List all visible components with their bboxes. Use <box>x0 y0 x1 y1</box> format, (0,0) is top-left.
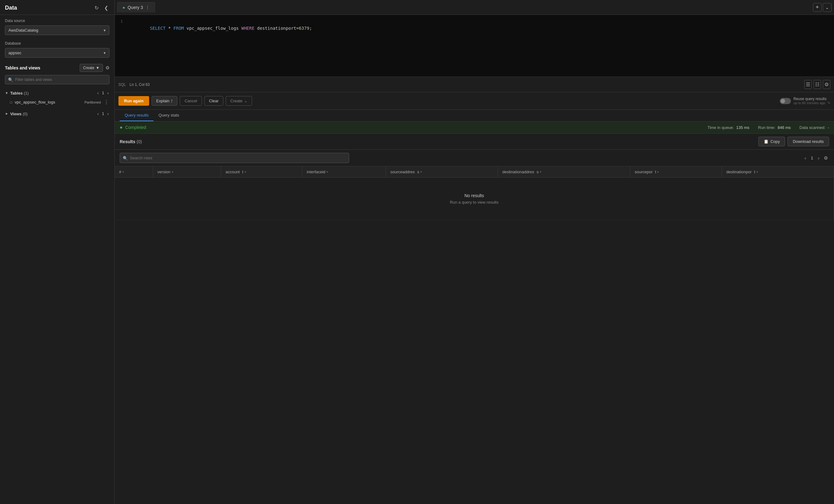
create-chevron-icon: ▼ <box>96 66 100 70</box>
explain-button[interactable]: Explain ⤴ <box>152 96 178 106</box>
no-results-cell: No results Run a query to view results <box>115 178 834 220</box>
tv-header-right: Create ▼ ⚙ <box>80 64 109 72</box>
tables-section-header[interactable]: ▼ Tables (1) ‹ 1 › <box>0 89 114 97</box>
col-header-account[interactable]: account t ▾ <box>221 167 302 178</box>
query-tabbar: ● Query 3 ⋮ + ⌄ <box>115 0 834 15</box>
data-scanned-label: Data scanned: <box>799 125 826 130</box>
no-results-row: No results Run a query to view results <box>115 178 834 220</box>
explain-label: Explain <box>156 98 170 103</box>
tables-next-button[interactable]: › <box>107 90 109 95</box>
collapse-sidebar-button[interactable]: ❮ <box>103 4 109 12</box>
run-time-label: Run time: <box>758 125 775 130</box>
views-section: ▼ Views (0) ‹ 1 › <box>0 108 114 119</box>
tables-pagination: ‹ 1 › <box>97 90 109 95</box>
time-in-queue-value: 135 ms <box>736 125 749 130</box>
col-filter-icon: ▾ <box>756 170 758 174</box>
edit-icon[interactable]: ✎ <box>828 101 830 105</box>
table-item-badge: Partitioned <box>84 101 101 104</box>
col-header-hash[interactable]: # ▾ <box>115 167 153 178</box>
toggle-switch-thumb <box>781 99 785 103</box>
completed-icon: ● <box>120 125 123 130</box>
reuse-toggle-area: Reuse query results up to 60 minutes ago… <box>780 97 830 105</box>
create-view-chevron-icon: ⌄ <box>244 98 247 103</box>
create-button-label: Create <box>83 66 94 70</box>
tables-section-name: Tables (1) <box>10 91 94 95</box>
add-query-tab-button[interactable]: + <box>813 3 821 12</box>
table-view-button[interactable]: ☷ <box>814 80 821 89</box>
format-query-button[interactable]: ☰ <box>804 80 812 89</box>
run-again-button[interactable]: Run again <box>118 96 149 106</box>
tab-query-results[interactable]: Query results <box>120 110 153 121</box>
col-header-interfaceid[interactable]: interfaceid ▾ <box>302 167 386 178</box>
tab-overflow-button[interactable]: ⌄ <box>823 3 832 12</box>
reuse-sublabel: up to 60 minutes ago ✎ <box>793 101 830 105</box>
refresh-button[interactable]: ↻ <box>93 4 100 12</box>
copy-icon: 📋 <box>764 139 769 144</box>
col-filter-icon: ▾ <box>327 170 328 174</box>
pagination-controls: ‹ 1 › ⚙ <box>803 155 829 161</box>
database-select[interactable]: appsec <box>5 48 109 58</box>
cancel-button[interactable]: Cancel <box>180 96 201 106</box>
run-time-stat: Run time: 846 ms <box>758 125 791 130</box>
reuse-toggle-switch[interactable] <box>780 98 791 104</box>
tables-chevron-icon: ▼ <box>5 91 8 95</box>
col-filter-icon: ▾ <box>540 170 541 174</box>
create-button[interactable]: Create ▼ <box>80 64 103 72</box>
sql-editor-area[interactable]: 1 SELECT * FROM vpc_appsec_flow_logs WHE… <box>115 15 834 77</box>
col-header-version[interactable]: version ▾ <box>153 167 221 178</box>
tables-prev-button[interactable]: ‹ <box>97 90 100 95</box>
results-area: Query results Query stats ● Completed Ti… <box>115 110 834 504</box>
search-rows-container: 🔍 ‹ 1 › ⚙ <box>115 150 834 167</box>
clear-label: Clear <box>209 98 219 103</box>
results-header: Results (0) 📋 Copy Download results <box>115 134 834 150</box>
query-tab-3[interactable]: ● Query 3 ⋮ <box>117 2 155 13</box>
tables-views-header: Tables and views Create ▼ ⚙ <box>0 60 114 74</box>
table-more-button[interactable]: ⋮ <box>103 99 109 105</box>
completed-banner: ● Completed Time in queue: 135 ms Run ti… <box>115 122 834 134</box>
col-header-destinationaddresses[interactable]: destinationaddres s ▾ <box>498 167 630 178</box>
data-scanned-stat: Data scanned: - <box>799 125 829 130</box>
main-content: ● Query 3 ⋮ + ⌄ 1 SELECT * FROM vpc_apps… <box>115 0 834 504</box>
filter-tables-input[interactable] <box>5 75 109 84</box>
settings-button[interactable]: ⚙ <box>105 65 109 71</box>
database-label: Database <box>0 38 114 47</box>
reuse-label-group: Reuse query results up to 60 minutes ago… <box>793 97 830 105</box>
results-next-page-button[interactable]: › <box>817 155 821 161</box>
results-title: Results <box>120 139 135 144</box>
tab-more-icon: ⋮ <box>146 5 150 10</box>
views-section-name: Views (0) <box>10 112 94 116</box>
sql-from-keyword: FROM <box>173 26 184 31</box>
sidebar: Data ↻ ❮ Data source AwsDataCatalog ▼ Da… <box>0 0 115 504</box>
create-view-label: Create <box>231 98 242 103</box>
clear-button[interactable]: Clear <box>204 96 223 106</box>
tables-views-title: Tables and views <box>5 65 40 70</box>
reuse-label: Reuse query results <box>793 97 830 101</box>
sql-star: * <box>166 26 173 31</box>
search-rows-input[interactable] <box>120 153 349 163</box>
views-section-header[interactable]: ▼ Views (0) ‹ 1 › <box>0 109 114 118</box>
filter-search-container: 🔍 <box>5 75 109 84</box>
database-select-wrapper: appsec ▼ <box>5 48 109 58</box>
download-results-button[interactable]: Download results <box>788 137 829 146</box>
sql-table-name: vpc_appsec_flow_logs <box>184 26 241 31</box>
col-header-sourceport[interactable]: sourcepor t ▾ <box>630 167 722 178</box>
create-view-button[interactable]: Create ⌄ <box>226 96 252 106</box>
views-next-button[interactable]: › <box>107 111 109 116</box>
results-prev-page-button[interactable]: ‹ <box>803 155 807 161</box>
results-page-settings-button[interactable]: ⚙ <box>822 155 829 161</box>
tab-query-stats[interactable]: Query stats <box>153 110 184 121</box>
search-rows-wrap: 🔍 <box>120 153 349 163</box>
views-pagination: ‹ 1 › <box>97 111 109 116</box>
data-source-select[interactable]: AwsDataCatalog <box>5 25 109 35</box>
query-toolbar: SQL Ln 1, Col 63 ☰ ☷ ⚙ <box>115 77 834 92</box>
col-header-sourceaddresses[interactable]: sourceaddres s ▾ <box>386 167 498 178</box>
cancel-label: Cancel <box>184 98 197 103</box>
table-item[interactable]: □ vpc_appsec_flow_logs Partitioned ⋮ <box>0 97 114 107</box>
col-header-destinationport[interactable]: destinationpor t ▾ <box>722 167 834 178</box>
editor-settings-button[interactable]: ⚙ <box>823 80 830 89</box>
views-prev-button[interactable]: ‹ <box>97 111 100 116</box>
sql-condition: destinationport= <box>255 26 299 31</box>
copy-results-button[interactable]: 📋 Copy <box>758 137 785 146</box>
results-page-num: 1 <box>809 156 815 160</box>
results-table: # ▾ version ▾ account <box>115 167 834 220</box>
